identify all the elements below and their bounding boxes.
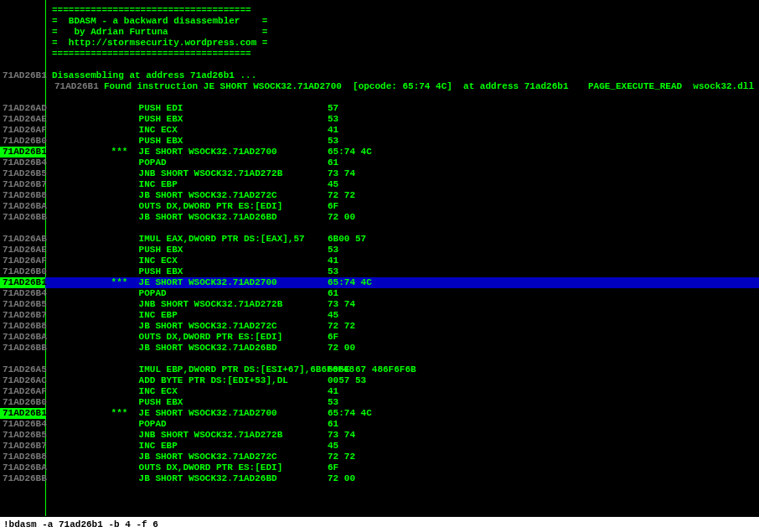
disassembly-row[interactable]: 71AD26B5 JNB SHORT WSOCK32.71AD272B 73 7…: [0, 168, 759, 179]
banner-line: = by Adrian Furtuna =: [0, 27, 759, 38]
breakpoint-marker: [45, 179, 133, 190]
disassembly-row[interactable]: 71AD26A5 IMUL EBP,DWORD PTR DS:[ESI+67],…: [0, 364, 759, 375]
instruction-column: JNB SHORT WSOCK32.71AD272B: [133, 168, 328, 179]
address-column: 71AD26B5: [0, 430, 45, 441]
opcode-bytes-column: 65:74 4C: [328, 147, 759, 158]
address-column: 71AD26B5: [0, 168, 45, 179]
found-instruction-message: Found instruction JE SHORT WSOCK32.71AD2…: [104, 81, 588, 92]
address-column: 71AD26AF: [0, 125, 45, 136]
disassembly-row[interactable]: 71AD26B8 JB SHORT WSOCK32.71AD272C 72 72: [0, 190, 759, 201]
instruction-column: JB SHORT WSOCK32.71AD272C: [133, 321, 328, 332]
instruction-column: PUSH EBX: [133, 114, 328, 125]
disassembly-row[interactable]: 71AD26B8 JB SHORT WSOCK32.71AD272C 72 72: [0, 452, 759, 462]
disassembly-row[interactable]: 71AD26B0 PUSH EBX 53: [0, 136, 759, 147]
disassembly-row[interactable]: 71AD26B0 PUSH EBX 53: [0, 266, 759, 277]
instruction-column: OUTS DX,DWORD PTR ES:[EDI]: [133, 462, 328, 473]
address-column: 71AD26AB: [0, 234, 45, 245]
breakpoint-marker: [45, 452, 133, 462]
opcode-bytes-column: 41: [328, 386, 759, 397]
banner-line: ====================================: [0, 49, 759, 59]
address-column: 71AD26B0: [0, 266, 45, 277]
breakpoint-marker: [45, 310, 133, 321]
breakpoint-marker: [45, 343, 133, 354]
disassembly-row[interactable]: 71AD26BB JB SHORT WSOCK32.71AD26BD 72 00: [0, 343, 759, 354]
address: 71AD26B1: [52, 81, 97, 92]
instruction-column: JE SHORT WSOCK32.71AD2700: [133, 277, 328, 288]
disassembly-row[interactable]: 71AD26B7 INC EBP 45: [0, 441, 759, 452]
address-column: 71AD26AE: [0, 114, 45, 125]
breakpoint-marker: [45, 212, 133, 223]
disassembly-row[interactable]: 71AD26B5 JNB SHORT WSOCK32.71AD272B 73 7…: [0, 299, 759, 310]
opcode-bytes-column: 65:74 4C: [328, 408, 759, 419]
opcode-bytes-column: 73 74: [328, 168, 759, 179]
opcode-bytes-column: 6B00 57: [328, 234, 759, 245]
address-column: 71AD26B7: [0, 441, 45, 452]
disassembly-row[interactable]: 71AD26B1*** JE SHORT WSOCK32.71AD2700 65…: [0, 147, 759, 158]
disassembly-row[interactable]: 71AD26AD PUSH EDI 57: [0, 103, 759, 114]
address-column: 71AD26AD: [0, 103, 45, 114]
message-line: 71AD26B1 Disassembling at address 71ad26…: [0, 70, 759, 81]
address-column: 71AD26B7: [0, 310, 45, 321]
address-column: 71AD26B1: [0, 277, 45, 288]
banner-text: = http://stormsecurity.wordpress.com =: [0, 38, 267, 49]
opcode-bytes-column: 41: [328, 256, 759, 266]
disassembly-row[interactable]: 71AD26B4 POPAD 61: [0, 158, 759, 168]
instruction-column: PUSH EBX: [133, 245, 328, 256]
opcode-bytes-column: 6F: [328, 332, 759, 343]
disassembly-row[interactable]: 71AD26AB IMUL EAX,DWORD PTR DS:[EAX],57 …: [0, 234, 759, 245]
disassembly-row[interactable]: 71AD26B4 POPAD 61: [0, 419, 759, 430]
address-column: 71AD26BB: [0, 473, 45, 484]
address-column: 71AD26BB: [0, 343, 45, 354]
breakpoint-marker: [45, 386, 133, 397]
opcode-bytes-column: 53: [328, 245, 759, 256]
disassembly-row[interactable]: 71AD26AF INC ECX 41: [0, 125, 759, 136]
instruction-column: PUSH EBX: [133, 266, 328, 277]
disassembly-row[interactable]: 71AD26AC ADD BYTE PTR DS:[EDI+53],DL 005…: [0, 375, 759, 386]
disassembly-row[interactable]: 71AD26B4 POPAD 61: [0, 288, 759, 299]
breakpoint-marker: [45, 441, 133, 452]
instruction-column: ADD BYTE PTR DS:[EDI+53],DL: [133, 375, 328, 386]
opcode-bytes-column: 61: [328, 158, 759, 168]
breakpoint-marker: [45, 332, 133, 343]
opcode-bytes-column: 65:74 4C: [328, 277, 759, 288]
disassembly-row[interactable]: 71AD26AF INC ECX 41: [0, 256, 759, 266]
disassembly-row[interactable]: 71AD26B1*** JE SHORT WSOCK32.71AD2700 65…: [0, 408, 759, 419]
breakpoint-marker: [45, 321, 133, 332]
spacer: [0, 223, 759, 234]
breakpoint-marker: ***: [45, 408, 133, 419]
opcode-bytes-column: 72 00: [328, 212, 759, 223]
address-column: 71AD26B5: [0, 299, 45, 310]
instruction-column: OUTS DX,DWORD PTR ES:[EDI]: [133, 201, 328, 212]
disassembly-message: Disassembling at address 71ad26b1 ...: [52, 70, 256, 81]
disassembly-row[interactable]: 71AD26B7 INC EBP 45: [0, 310, 759, 321]
disassembly-row[interactable]: 71AD26BB JB SHORT WSOCK32.71AD26BD 72 00: [0, 212, 759, 223]
address-column: 71AD26B8: [0, 190, 45, 201]
disassembly-row[interactable]: 71AD26BB JB SHORT WSOCK32.71AD26BD 72 00: [0, 473, 759, 484]
command-input-bar[interactable]: !bdasm -a 71ad26b1 -b 4 -f 6: [0, 516, 759, 532]
address-column: 71AD26B1: [0, 147, 45, 158]
disassembly-row[interactable]: 71AD26B7 INC EBP 45: [0, 179, 759, 190]
instruction-column: JE SHORT WSOCK32.71AD2700: [133, 408, 328, 419]
disassembly-row[interactable]: 71AD26BA OUTS DX,DWORD PTR ES:[EDI] 6F: [0, 332, 759, 343]
disassembly-row[interactable]: 71AD26AE PUSH EBX 53: [0, 114, 759, 125]
breakpoint-marker: [45, 473, 133, 484]
disassembly-row[interactable]: 71AD26AE PUSH EBX 53: [0, 245, 759, 256]
disassembly-row[interactable]: 71AD26AF INC ECX 41: [0, 386, 759, 397]
banner-rule: ====================================: [0, 5, 251, 16]
banner-line: = BDASM - a backward disassembler =: [0, 16, 759, 27]
address-column: 71AD26B4: [0, 158, 45, 168]
content-area: ==================================== = B…: [0, 5, 759, 484]
disassembly-row[interactable]: 71AD26BA OUTS DX,DWORD PTR ES:[EDI] 6F: [0, 201, 759, 212]
disassembly-row[interactable]: 71AD26B8 JB SHORT WSOCK32.71AD272C 72 72: [0, 321, 759, 332]
breakpoint-marker: [45, 234, 133, 245]
breakpoint-marker: [45, 136, 133, 147]
disassembly-row[interactable]: 71AD26B0 PUSH EBX 53: [0, 397, 759, 408]
instruction-column: PUSH EBX: [133, 397, 328, 408]
breakpoint-marker: [45, 114, 133, 125]
instruction-column: INC ECX: [133, 125, 328, 136]
disassembly-row[interactable]: 71AD26B1*** JE SHORT WSOCK32.71AD2700 65…: [0, 277, 759, 288]
opcode-bytes-column: 72 72: [328, 452, 759, 462]
disassembly-row[interactable]: 71AD26B5 JNB SHORT WSOCK32.71AD272B 73 7…: [0, 430, 759, 441]
spacer: [0, 59, 759, 70]
disassembly-row[interactable]: 71AD26BA OUTS DX,DWORD PTR ES:[EDI] 6F: [0, 462, 759, 473]
